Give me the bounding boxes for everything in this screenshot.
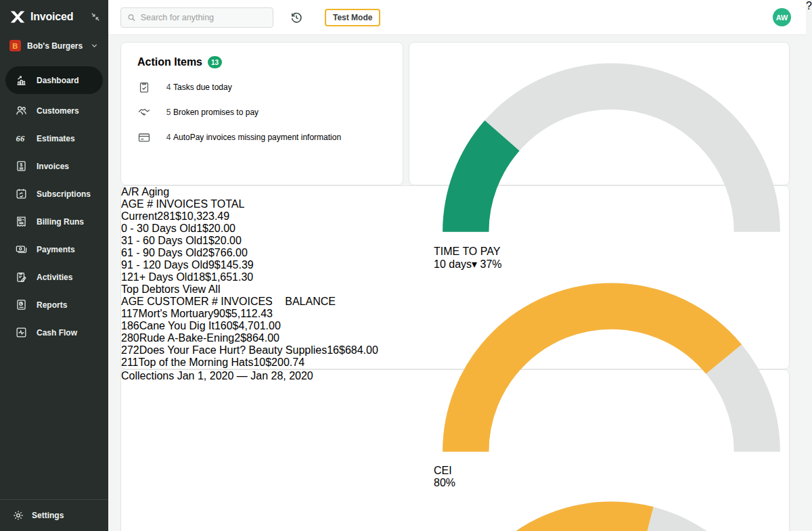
topbar: Test Mode AW	[108, 0, 806, 35]
debtor-balance: $5,112.43	[225, 308, 273, 319]
payments-icon	[15, 243, 28, 256]
dashboard-content: Action Items 13 4Tasks due today5Broken …	[108, 35, 806, 531]
kpi-card: TIME TO PAY10 days▾ 37%CEI80%DSO27 days …	[409, 42, 790, 185]
activities-icon	[15, 271, 28, 283]
sidebar-item-label: Cash Flow	[37, 328, 77, 338]
action-item[interactable]: 4AutoPay invoices missing payment inform…	[137, 131, 386, 144]
kpi-label[interactable]: TIME TO PAY	[434, 246, 500, 257]
gear-icon	[12, 509, 24, 522]
app-name: Invoiced	[30, 11, 73, 23]
top-debtors-title: Top Debtors	[121, 283, 179, 295]
debtor-balance: $684.00	[339, 344, 378, 356]
debtor-age: 186	[121, 320, 139, 331]
help-button[interactable]: ?	[806, 0, 812, 531]
col-total: TOTAL	[210, 198, 244, 210]
aging-total: $20.00	[202, 223, 235, 234]
action-item-count: 4	[164, 83, 173, 92]
sidebar-item-dashboard[interactable]: Dashboard	[5, 66, 103, 94]
sidebar-item-label: Activities	[37, 273, 72, 282]
sidebar-item-label: Customers	[37, 106, 79, 116]
action-item-label: Tasks due today	[173, 83, 232, 92]
chevron-down-icon	[90, 41, 99, 50]
action-item[interactable]: 4Tasks due today	[137, 80, 386, 94]
invoiced-dashboard: Invoiced B Bob's Burgers DashboardCustom…	[0, 0, 812, 531]
sidebar-nav: DashboardCustomers66Estimates$InvoicesSu…	[0, 66, 108, 346]
history-icon[interactable]	[290, 11, 303, 24]
sidebar-item-subscriptions[interactable]: Subscriptions	[0, 180, 108, 208]
debtor-balance: $4,701.00	[233, 320, 281, 331]
age-badge: 272	[121, 344, 139, 356]
sidebar-item-estimates[interactable]: 66Estimates	[0, 124, 108, 152]
debtor-invoices: 10	[253, 356, 265, 368]
avatar[interactable]: AW	[773, 8, 791, 26]
aging-total: $1,651.30	[205, 271, 253, 283]
collections-card: Collections Jan 1, 2020 — Jan 28, 2020 $…	[120, 369, 790, 531]
customers-icon	[15, 104, 28, 117]
sidebar-item-label: Estimates	[37, 134, 75, 143]
debtor-customer: Mort's Mortuary	[139, 308, 214, 319]
debtor-customer: Top of the Morning Hats	[139, 356, 254, 368]
svg-text:$: $	[20, 162, 22, 168]
estimates-icon: 66	[15, 132, 28, 145]
action-item[interactable]: 5Broken promises to pay	[137, 106, 386, 119]
debtor-age: 272	[121, 344, 139, 356]
aging-age-label: 61 - 90 Days Old	[121, 247, 202, 258]
collapse-sidebar-icon[interactable]	[91, 12, 100, 22]
sidebar-item-activities[interactable]: Activities	[0, 263, 108, 291]
aging-total: $20.00	[208, 235, 242, 246]
kpi-value-text: 10 days	[434, 258, 472, 270]
sidebar-item-customers[interactable]: Customers	[0, 97, 108, 124]
debtor-invoices: 160	[215, 320, 233, 331]
search-input[interactable]	[141, 13, 267, 22]
action-item-count: 5	[164, 108, 173, 117]
action-item-label: Broken promises to pay	[173, 108, 258, 117]
company-selector[interactable]: B Bob's Burgers	[0, 32, 108, 60]
svg-text:B: B	[12, 42, 18, 50]
kpi-value: 10 days▾ 37%	[434, 258, 789, 271]
sidebar-item-settings[interactable]: Settings	[0, 499, 108, 531]
aging-age: 121+ Days Old	[121, 271, 193, 283]
debtor-invoices: 16	[327, 344, 339, 356]
sidebar-item-label: Billing Runs	[37, 217, 84, 227]
aging-total: $145.39	[215, 259, 254, 271]
debtor-invoices: 90	[213, 308, 225, 319]
sidebar-item-label: Reports	[37, 300, 67, 310]
invoiced-logo-icon	[9, 9, 26, 25]
top-debtors-view-all-link[interactable]: View All	[183, 283, 221, 295]
collections-title: Collections	[121, 370, 174, 382]
action-items-list: 4Tasks due today5Broken promises to pay4…	[137, 80, 386, 144]
reports-icon	[15, 298, 28, 311]
company-logo-icon: B	[9, 40, 21, 51]
search-box[interactable]	[120, 7, 273, 28]
col-customer: CUSTOMER	[147, 296, 208, 307]
aging-invoices: 1	[196, 223, 202, 234]
debtor-customer: Cane You Dig It	[139, 320, 215, 331]
invoices-icon: $	[15, 160, 28, 172]
age-badge: 280	[121, 332, 139, 344]
aging-total: $10,323.49	[175, 210, 229, 222]
aging-invoices: 2	[202, 247, 208, 258]
sidebar-item-billing-runs[interactable]: Billing Runs	[0, 208, 108, 235]
svg-text:66: 66	[16, 134, 25, 143]
aging-age: 0 - 30 Days Old	[121, 223, 196, 234]
date-range-select[interactable]: Jan 1, 2020 — Jan 28, 2020	[121, 370, 789, 531]
col-age: AGE	[121, 198, 144, 210]
col-age: AGE	[121, 296, 144, 307]
aging-age: Current	[121, 210, 157, 222]
aging-age-label: 121+ Days Old	[121, 271, 193, 283]
aging-age: 31 - 60 Days Old	[121, 235, 202, 246]
sidebar-item-cash-flow[interactable]: Cash Flow	[0, 319, 108, 346]
aging-invoices: 18	[193, 271, 205, 283]
debtor-age: 117	[121, 308, 139, 319]
debtor-balance: $200.74	[265, 356, 304, 368]
kpi-gauge: TIME TO PAY10 days▾ 37%	[434, 51, 789, 271]
sidebar-item-invoices[interactable]: $Invoices	[0, 152, 108, 180]
sidebar-item-payments[interactable]: Payments	[0, 235, 108, 263]
billing-runs-icon	[15, 215, 28, 228]
aging-total: $766.00	[208, 247, 248, 258]
col-balance: BALANCE	[275, 296, 336, 307]
aging-age-label: 0 - 30 Days Old	[121, 223, 196, 234]
sidebar-item-reports[interactable]: Reports	[0, 291, 108, 319]
test-mode-badge[interactable]: Test Mode	[325, 9, 380, 26]
sidebar-item-label: Invoices	[37, 162, 69, 171]
